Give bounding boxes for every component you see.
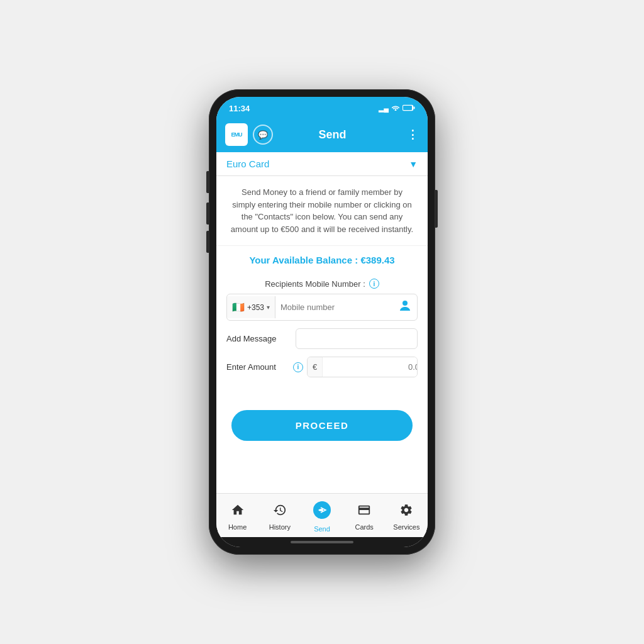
balance-amount: €389.43 — [360, 255, 394, 265]
country-selector[interactable]: 🇮🇪 +353 ▾ — [227, 296, 275, 318]
description-box: Send Money to a friend or family member … — [216, 176, 428, 246]
nav-item-services[interactable]: Services — [386, 503, 428, 531]
phone-input-row: 🇮🇪 +353 ▾ — [226, 294, 418, 321]
header-title: Send — [278, 128, 387, 142]
proceed-button[interactable]: PROCEED — [231, 410, 413, 441]
cards-label: Cards — [355, 523, 374, 531]
amount-info-icon[interactable]: i — [293, 362, 303, 372]
content-area: Euro Card ▼ Send Money to a friend or fa… — [216, 152, 428, 493]
nav-item-send[interactable]: Send — [301, 501, 343, 533]
description-text: Send Money to a friend or family member … — [229, 186, 415, 235]
add-message-row: Add Message — [226, 328, 418, 349]
home-indicator — [216, 537, 428, 547]
card-selector[interactable]: Euro Card ▼ — [216, 152, 428, 176]
phone-number-input[interactable] — [275, 297, 393, 317]
svg-rect-1 — [414, 106, 415, 109]
chat-button[interactable]: 💬 — [253, 125, 273, 145]
history-icon — [273, 503, 287, 521]
status-icons: ▂▄ — [379, 104, 415, 113]
history-label: History — [269, 523, 291, 531]
recipients-info-icon[interactable]: i — [369, 279, 379, 289]
bottom-nav: Home History — [216, 493, 428, 537]
country-dropdown-arrow-icon: ▾ — [267, 304, 270, 311]
balance-label: Your Available Balance : — [249, 255, 360, 265]
home-bar — [291, 541, 353, 543]
add-message-input[interactable] — [296, 328, 418, 349]
form-section: Recipients Mobile Number : i 🇮🇪 +353 ▾ — [216, 272, 428, 391]
svg-rect-2 — [403, 106, 412, 110]
services-icon — [399, 503, 413, 521]
more-menu-button[interactable]: ⋮ — [407, 128, 419, 142]
services-label: Services — [393, 523, 419, 531]
battery-icon — [402, 104, 415, 113]
proceed-container: PROCEED — [216, 391, 428, 453]
logo: EMU — [225, 123, 248, 146]
amount-input[interactable] — [323, 357, 418, 377]
cards-icon — [357, 503, 371, 521]
status-time: 11:34 — [229, 104, 250, 113]
phone-frame: 11:34 ▂▄ — [209, 89, 435, 555]
amount-input-container: € — [307, 357, 418, 377]
country-code: +353 — [247, 303, 264, 312]
send-icon — [313, 501, 331, 523]
svg-point-3 — [402, 301, 408, 306]
home-label: Home — [228, 523, 247, 531]
status-bar: 11:34 ▂▄ — [216, 97, 428, 117]
app-header: EMU 💬 Send ⋮ — [216, 117, 428, 152]
add-message-label: Add Message — [226, 334, 289, 343]
contact-icon[interactable] — [393, 294, 417, 320]
card-selector-label: Euro Card — [226, 158, 269, 169]
nav-item-cards[interactable]: Cards — [343, 503, 386, 531]
enter-amount-label: Enter Amount — [226, 362, 289, 372]
signal-icon: ▂▄ — [379, 104, 389, 113]
enter-amount-row: Enter Amount i € — [226, 357, 418, 377]
wifi-icon — [391, 104, 400, 112]
recipients-label: Recipients Mobile Number : i — [226, 279, 418, 289]
card-dropdown-arrow-icon: ▼ — [409, 159, 418, 169]
svg-point-5 — [321, 509, 323, 511]
nav-item-history[interactable]: History — [258, 503, 301, 531]
currency-symbol: € — [308, 357, 323, 377]
home-icon — [231, 503, 245, 521]
send-label: Send — [314, 525, 330, 533]
phone-screen: 11:34 ▂▄ — [216, 97, 428, 547]
flag-icon: 🇮🇪 — [232, 301, 245, 313]
balance-section: Your Available Balance : €389.43 — [216, 246, 428, 272]
nav-item-home[interactable]: Home — [216, 503, 258, 531]
